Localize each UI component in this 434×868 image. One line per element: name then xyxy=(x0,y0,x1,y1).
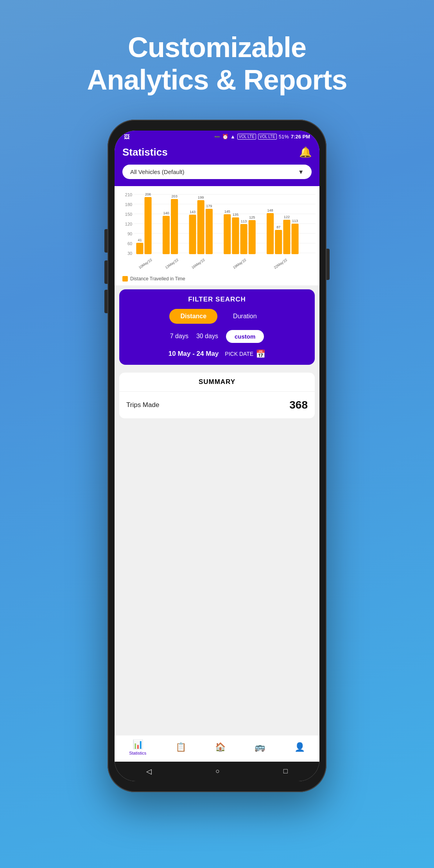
distance-tab[interactable]: Distance xyxy=(169,309,217,324)
dropdown-label: All Vehicles (Default) xyxy=(130,169,184,175)
svg-text:13May'22: 13May'22 xyxy=(165,258,179,269)
dropdown-wrapper: All Vehicles (Default) ▼ xyxy=(115,165,319,186)
alarm-icon: ⏰ xyxy=(222,134,228,140)
svg-text:113: 113 xyxy=(241,219,247,223)
svg-text:203: 203 xyxy=(172,194,178,198)
trips-made-label: Trips Made xyxy=(126,401,159,409)
svg-text:140: 140 xyxy=(163,211,169,215)
svg-text:87: 87 xyxy=(276,225,280,229)
svg-text:16May'22: 16May'22 xyxy=(191,258,206,269)
bar-chart: 30 60 90 120 150 180 210 41 206 140 xyxy=(118,192,316,271)
svg-rect-22 xyxy=(189,215,196,254)
vehicle-dropdown[interactable]: All Vehicles (Default) ▼ xyxy=(122,165,312,179)
svg-rect-26 xyxy=(206,209,213,254)
svg-text:113: 113 xyxy=(292,219,298,223)
svg-rect-16 xyxy=(145,197,152,254)
nav-statistics[interactable]: 📊 Statistics xyxy=(129,739,146,755)
svg-rect-18 xyxy=(163,216,170,254)
calendar-icon: 📅 xyxy=(256,349,265,359)
minus-icon: ➖ xyxy=(214,134,220,140)
svg-rect-40 xyxy=(283,220,290,254)
home-button[interactable]: ○ xyxy=(215,767,220,775)
nav-profile[interactable]: 👤 xyxy=(294,742,305,752)
android-nav: ◁ ○ □ xyxy=(115,762,319,781)
back-button[interactable]: ◁ xyxy=(146,767,152,776)
bottom-nav: 📊 Statistics 📋 🏠 🚌 👤 xyxy=(115,735,319,762)
custom-option[interactable]: custom xyxy=(226,330,264,343)
time-text: 7:26 PM xyxy=(291,134,310,140)
svg-text:41: 41 xyxy=(138,238,142,242)
duration-tab[interactable]: Duration xyxy=(225,309,264,324)
legend-color-dot xyxy=(122,276,128,282)
svg-text:148: 148 xyxy=(267,208,273,212)
chart-container: 30 60 90 120 150 180 210 41 206 140 xyxy=(115,186,319,285)
svg-text:19May'22: 19May'22 xyxy=(232,258,247,269)
svg-rect-42 xyxy=(292,224,299,254)
home-nav-icon: 🏠 xyxy=(215,742,226,752)
chart-legend: Distance Travelled in Time xyxy=(118,276,316,282)
status-left: 🖼 xyxy=(124,134,130,140)
svg-rect-14 xyxy=(136,243,143,254)
date-range-text: 10 May - 24 May xyxy=(169,350,219,358)
summary-section: SUMMARY Trips Made 368 xyxy=(119,373,315,418)
svg-text:143: 143 xyxy=(190,210,195,214)
svg-text:179: 179 xyxy=(206,204,212,208)
app-title: Statistics xyxy=(122,146,168,158)
svg-rect-30 xyxy=(232,217,239,254)
statistics-nav-icon: 📊 xyxy=(133,739,143,750)
svg-rect-36 xyxy=(267,213,274,254)
filter-tabs: Distance Duration xyxy=(126,309,308,324)
svg-text:120: 120 xyxy=(125,222,132,226)
period-options: 7 days 30 days custom xyxy=(126,330,308,343)
phone-mockup: 🖼 ➖ ⏰ ▲ VOL LTE VOL LTE 51% 7:26 PM Stat… xyxy=(108,120,326,792)
image-icon: 🖼 xyxy=(124,134,129,140)
svg-text:125: 125 xyxy=(249,215,255,219)
svg-rect-20 xyxy=(171,199,178,254)
svg-text:199: 199 xyxy=(198,195,204,199)
7days-option[interactable]: 7 days xyxy=(170,333,188,340)
summary-title: SUMMARY xyxy=(119,373,315,392)
nav-home[interactable]: 🏠 xyxy=(215,742,226,752)
svg-text:22May'22: 22May'22 xyxy=(273,258,288,269)
signal-text: VOL LTE xyxy=(237,134,256,140)
svg-text:90: 90 xyxy=(127,231,132,236)
svg-text:30: 30 xyxy=(127,251,132,256)
svg-rect-28 xyxy=(224,214,231,254)
svg-rect-34 xyxy=(249,220,256,254)
svg-text:60: 60 xyxy=(127,241,132,246)
svg-rect-32 xyxy=(240,224,247,254)
chevron-down-icon: ▼ xyxy=(298,169,304,175)
svg-text:145: 145 xyxy=(224,210,230,213)
svg-text:210: 210 xyxy=(125,192,132,197)
signal-text2: VOL LTE xyxy=(258,134,277,140)
30days-option[interactable]: 30 days xyxy=(196,333,218,340)
pick-date-label: PICK DATE xyxy=(225,351,253,357)
trips-made-value: 368 xyxy=(289,399,308,411)
bell-icon[interactable]: 🔔 xyxy=(299,146,312,158)
phone-screen: 🖼 ➖ ⏰ ▲ VOL LTE VOL LTE 51% 7:26 PM Stat… xyxy=(115,131,319,781)
filter-search-section: FILTER SEARCH Distance Duration 7 days 3… xyxy=(119,289,315,365)
profile-nav-icon: 👤 xyxy=(294,742,305,752)
statistics-nav-label: Statistics xyxy=(129,751,146,755)
recents-button[interactable]: □ xyxy=(283,767,288,775)
svg-text:122: 122 xyxy=(284,215,290,219)
status-bar: 🖼 ➖ ⏰ ▲ VOL LTE VOL LTE 51% 7:26 PM xyxy=(115,131,319,142)
svg-text:10May'22: 10May'22 xyxy=(138,258,153,269)
svg-text:150: 150 xyxy=(125,212,132,217)
chart-inner: 30 60 90 120 150 180 210 41 206 140 xyxy=(118,192,316,274)
pick-date-btn[interactable]: PICK DATE 📅 xyxy=(225,349,265,359)
date-row: 10 May - 24 May PICK DATE 📅 xyxy=(126,349,308,359)
status-right: ➖ ⏰ ▲ VOL LTE VOL LTE 51% 7:26 PM xyxy=(214,134,310,140)
filter-title: FILTER SEARCH xyxy=(126,296,308,303)
svg-text:135: 135 xyxy=(233,213,239,217)
nav-vehicles[interactable]: 🚌 xyxy=(255,742,265,752)
nav-reports[interactable]: 📋 xyxy=(176,742,186,752)
legend-label: Distance Travelled in Time xyxy=(130,276,185,282)
reports-nav-icon: 📋 xyxy=(176,742,186,752)
svg-rect-38 xyxy=(275,230,282,254)
vehicles-nav-icon: 🚌 xyxy=(255,742,265,752)
svg-text:206: 206 xyxy=(145,192,151,196)
battery-text: 51% xyxy=(279,134,289,140)
hero-title: Customizable Analytics & Reports xyxy=(65,31,369,96)
trips-made-row: Trips Made 368 xyxy=(119,392,315,418)
